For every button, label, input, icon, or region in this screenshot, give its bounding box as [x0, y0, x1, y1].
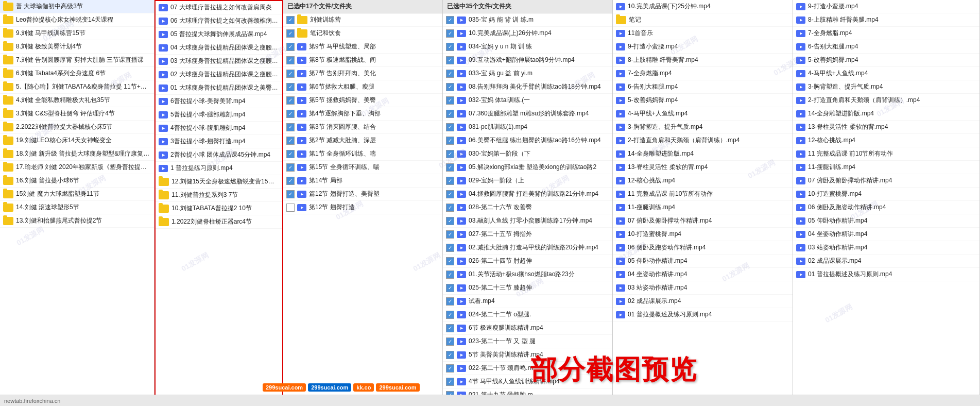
list-item[interactable]: 032-宝妈 体tai训练.(一: [443, 94, 612, 107]
list-item[interactable]: 01.关节活动+极su攘hso燃脂tao路23分: [443, 268, 612, 281]
list-item[interactable]: 09.互动游戏+翻韵伸展tao路9分钟.mp4: [443, 54, 612, 67]
checkbox[interactable]: [446, 284, 454, 292]
list-item[interactable]: 10.完美成品课(下)25分钟.mp4: [613, 0, 793, 13]
list-item[interactable]: 12.刘健15天全身极速燃脂蜕变营15节+笔记+食谱: [156, 175, 282, 189]
list-item[interactable]: 03 站姿动作精讲.mp4: [793, 241, 979, 255]
list-item[interactable]: 7.刘健 告别圆腰厚背 剪掉大肚腩 三节课直播课: [0, 54, 154, 67]
list-item[interactable]: 2-打造直角肩和天鹅颈（肩背训练）.mp4: [793, 94, 979, 107]
list-item[interactable]: 4节 马甲线&人鱼线训练精讲.mp4: [443, 375, 612, 388]
checkbox[interactable]: [446, 378, 454, 386]
checkbox[interactable]: [446, 123, 454, 131]
list-item[interactable]: 3.刘健 C&S型脊柱侧弯 评估理疗4节: [0, 107, 154, 121]
checkbox[interactable]: [446, 43, 454, 51]
list-item[interactable]: 11-瘦腿训练.mp4: [613, 201, 793, 214]
list-item[interactable]: 4-马甲线+人鱼线.mp4: [613, 107, 793, 121]
list-item[interactable]: 6-告别大粗腿.mp4: [793, 40, 979, 54]
list-item[interactable]: 10.刘健TABATA普拉提2 10节: [156, 202, 282, 215]
list-item[interactable]: 023-第二十一节 又 型 腿: [443, 335, 612, 348]
list-item[interactable]: 11.刘健普拉提系列3 7节: [156, 189, 282, 202]
list-item[interactable]: 第6节拯救大粗腿、瘦腿: [283, 80, 442, 94]
list-item[interactable]: 9-打造小蛮腰.mp4: [793, 0, 979, 13]
list-item[interactable]: 9-打造小蛮腰.mp4: [613, 40, 793, 54]
list-item[interactable]: 第3节 消灭圆厚腰、结合: [283, 121, 442, 134]
list-item[interactable]: 试看.mp4: [443, 295, 612, 308]
checkbox[interactable]: [446, 56, 454, 64]
checkbox[interactable]: [446, 297, 454, 306]
list-item[interactable]: 第5节 拯救妈妈臀、美臀: [283, 94, 442, 107]
list-item[interactable]: 027-第二十五节 拇指外: [443, 228, 612, 241]
checkbox[interactable]: [446, 204, 454, 212]
checkbox[interactable]: [286, 190, 295, 198]
list-item[interactable]: 笔记和饮食: [283, 27, 442, 40]
panel-3-scroll[interactable]: 刘健训练营笔记和饮食第9节 马甲线塑造、局部第8节 极速燃脂挑战、间第7节 告别…: [283, 13, 442, 406]
checkbox[interactable]: [286, 204, 295, 212]
panel-4-scroll[interactable]: 035-宝 妈 能 背 训 练.m10.完美成品课(上)26分钟.mp4034-…: [443, 13, 612, 406]
list-item[interactable]: 06 侧卧及跑姿动作精讲.mp4: [793, 201, 979, 214]
list-item[interactable]: 028-第二十六节 改善臀: [443, 201, 612, 214]
list-item[interactable]: 03 大球瘦身普拉提精品团体课之瘦腰、美背、瘦腰、纤臀: [156, 55, 282, 68]
list-item[interactable]: 6.刘健 Tabata4系列全身速度 6节: [0, 67, 154, 80]
list-item[interactable]: 刘健训练营: [283, 13, 442, 27]
checkbox[interactable]: [446, 217, 454, 225]
list-item[interactable]: 8-上肢精雕 纤臀美背.mp4: [613, 54, 793, 67]
list-item[interactable]: 01 普拉提概述及练习原则.mp4: [613, 308, 793, 322]
list-item[interactable]: 07 俯卧及俯卧撑动作精讲.mp4: [613, 214, 793, 228]
checkbox[interactable]: [446, 177, 454, 185]
list-item[interactable]: 02 成品课展示.mp4: [613, 295, 793, 308]
checkbox[interactable]: [446, 150, 454, 158]
list-item[interactable]: 02.减推大肚腩 打造马甲线的训练路20分钟.mp4: [443, 241, 612, 255]
list-item[interactable]: 06.美臀不组腿 练出翘臀的训练tao路16分钟.mp4: [443, 134, 612, 147]
list-item[interactable]: 19.刘健LEO核心床14天女神蜕变全: [0, 134, 154, 147]
list-item[interactable]: 04 坐姿动作精讲.mp4: [613, 268, 793, 281]
list-item[interactable]: 05 仰卧动作精讲.mp4: [613, 255, 793, 268]
checkbox[interactable]: [286, 83, 295, 91]
list-item[interactable]: 6节 极速瘦腿训练精讲.mp4: [443, 322, 612, 335]
list-item[interactable]: 03.融刻人鱼线 打零小蛮腰训练路17分钟.mp4: [443, 214, 612, 228]
checkbox[interactable]: [286, 43, 295, 51]
list-item[interactable]: 5.【随心瑜】刘健TABATA&瘦身普拉提 11节+笔记+音乐: [0, 80, 154, 94]
checkbox[interactable]: [286, 177, 295, 185]
panel-1-scroll[interactable]: 普 大球瑜伽初中高级3节Leo普拉提核心床女神蜕变14天课程9.刘健 马甲线训练…: [0, 0, 154, 406]
list-item[interactable]: 06 大球理疗普拉提之如何改善颈椎病.mp4: [156, 14, 282, 28]
list-item[interactable]: 07 大球理疗普拉提之如何改善肩周炎: [156, 1, 282, 14]
list-item[interactable]: 7-全身燃脂.mp4: [793, 27, 979, 40]
list-item[interactable]: 14.刘健 滚速球塑形5节: [0, 201, 154, 214]
list-item[interactable]: 2普拉提小球 团体成品课45分钟.mp4: [156, 148, 282, 162]
list-item[interactable]: 024-第二十二节 o型腿.: [443, 308, 612, 322]
list-item[interactable]: 01 大球瘦身普拉提精品团体课之美臀、瘦腿.mp4: [156, 81, 282, 95]
list-item[interactable]: 05 仰卧动作精讲.mp4: [793, 214, 979, 228]
list-item[interactable]: 5节 美臀美背训练精讲.mp4: [443, 348, 612, 362]
list-item[interactable]: 04.拯救圆厚腰背 打造美背的训练路21分钟.mp4: [443, 188, 612, 201]
list-item[interactable]: 18.刘健 新升级 普拉提大球瘦身塑型&理疗康复精品课程7节: [0, 147, 154, 161]
checkbox[interactable]: [286, 123, 295, 131]
list-item[interactable]: 022-第二十节 颈肩鸣.m: [443, 362, 612, 375]
list-item[interactable]: 025-第二十三节 膝超伸: [443, 281, 612, 295]
checkbox[interactable]: [446, 83, 454, 91]
list-item[interactable]: 07 俯卧及俯卧撑动作精讲.mp4: [793, 174, 979, 188]
list-item[interactable]: 第15节 全身循环训练、喘: [283, 161, 442, 174]
list-item[interactable]: 5-改善妈妈臀.mp4: [793, 54, 979, 67]
list-item[interactable]: 02 大球瘦身普拉提精品团体课之瘦腰、腹腿、瘦腿.mp4: [156, 68, 282, 81]
list-item[interactable]: 普 大球瑜伽初中高级3节: [0, 0, 154, 13]
checkbox[interactable]: [286, 163, 295, 172]
list-item[interactable]: 3-胸背塑造、提升气质.mp4: [613, 121, 793, 134]
list-item[interactable]: 7-全身燃脂.mp4: [613, 67, 793, 80]
list-item[interactable]: 6-告别大粗腿.mp4: [613, 80, 793, 94]
checkbox[interactable]: [446, 364, 454, 373]
list-item[interactable]: 17.瑜老师 刘健 2020年独家新版《塑身普拉提》精品课程7节: [0, 161, 154, 174]
list-item[interactable]: 4普拉提小球-腹肌雕刻.mp4: [156, 122, 282, 135]
checkbox[interactable]: [286, 96, 295, 105]
list-item[interactable]: 14-全身雕塑进阶版.mp4: [793, 107, 979, 121]
list-item[interactable]: 031-pc肌训练(1).mp4: [443, 121, 612, 134]
list-item[interactable]: 10-打造蜜桃臀.mp4: [613, 228, 793, 241]
panel-2-scroll[interactable]: 07 大球理疗普拉提之如何改善肩周炎06 大球理疗普拉提之如何改善颈椎病.mp4…: [156, 1, 282, 405]
list-item[interactable]: 029-宝妈一阶段（上: [443, 174, 612, 188]
list-item[interactable]: 4.刘健 全能私教精雕极大礼包35节: [0, 94, 154, 107]
list-item[interactable]: 12-核心挑战.mp4: [793, 134, 979, 147]
list-item[interactable]: 10.完美成品课(上)26分钟.mp4: [443, 27, 612, 40]
checkbox[interactable]: [446, 110, 454, 118]
list-item[interactable]: 2.2022刘健普拉提大器械核心床5节: [0, 121, 154, 134]
checkbox[interactable]: [286, 56, 295, 64]
list-item[interactable]: 11首音乐: [613, 27, 793, 40]
list-item[interactable]: 08.告别拜拜肉 美化手臂的训练tao路18分钟.mp4: [443, 80, 612, 94]
